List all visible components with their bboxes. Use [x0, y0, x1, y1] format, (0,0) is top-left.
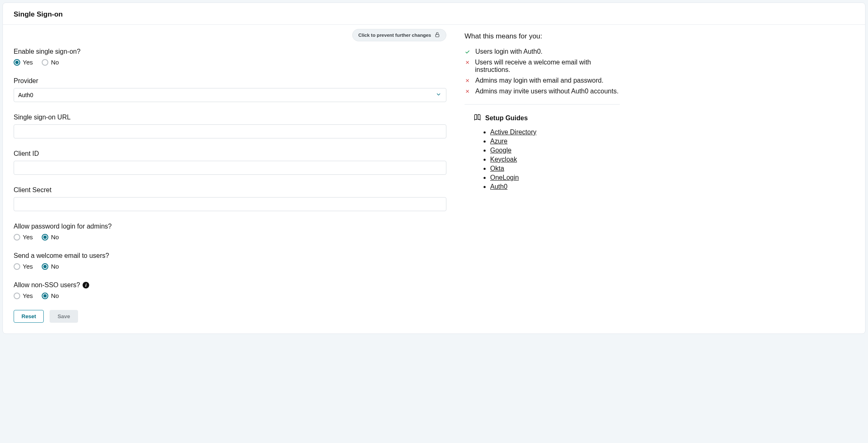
radio-icon [14, 263, 20, 270]
provider-select[interactable] [14, 88, 446, 102]
info-icon[interactable]: i [83, 282, 89, 288]
client-id-input[interactable] [14, 161, 446, 175]
radio-icon [42, 59, 48, 66]
svg-rect-0 [436, 34, 439, 37]
check-icon [465, 50, 470, 55]
field-client-id: Client ID [14, 150, 446, 175]
impact-text: Admins may login with email and password… [475, 77, 603, 84]
impact-text: Users login with Auth0. [475, 48, 543, 55]
guides-list: Active DirectoryAzureGoogleKeycloakOktaO… [490, 128, 620, 191]
side-column: What this means for you: Users login wit… [457, 25, 631, 333]
radio-icon [14, 293, 20, 299]
guide-item: Google [490, 146, 620, 155]
sso-url-label: Single sign-on URL [14, 114, 446, 121]
form-column: Click to prevent further changes Enable … [3, 25, 457, 333]
reset-button[interactable]: Reset [14, 310, 44, 323]
side-title: What this means for you: [465, 32, 620, 40]
field-welcome-email: Send a welcome email to users? Yes No [14, 252, 446, 270]
radio-label: No [51, 263, 59, 270]
guide-item: Active Directory [490, 128, 620, 137]
page-title: Single Sign-on [3, 3, 865, 25]
radio-label: No [51, 59, 59, 66]
client-id-label: Client ID [14, 150, 446, 157]
allow-non-sso-label: Allow non-SSO users? [14, 281, 80, 289]
provider-select-wrap [14, 88, 446, 102]
guide-link[interactable]: Google [490, 147, 512, 154]
field-admin-password-login: Allow password login for admins? Yes No [14, 223, 446, 241]
settings-card: Single Sign-on Click to prevent further … [2, 2, 866, 334]
radio-label: No [51, 292, 59, 299]
radio-label: Yes [23, 263, 33, 270]
x-icon [465, 89, 470, 93]
impact-item: Users will receive a welcome email with … [465, 57, 620, 75]
x-icon [465, 60, 470, 64]
guide-link[interactable]: Auth0 [490, 183, 508, 190]
guides-title: Setup Guides [485, 114, 528, 122]
guides-heading: Setup Guides [474, 114, 620, 123]
guide-item: Keycloak [490, 155, 620, 164]
impact-text: Admins may invite users without Auth0 ac… [475, 88, 619, 95]
guide-link[interactable]: Okta [490, 165, 504, 172]
impact-item: Users login with Auth0. [465, 46, 620, 57]
guide-link[interactable]: Azure [490, 138, 508, 145]
guide-link[interactable]: Keycloak [490, 156, 517, 163]
guide-link[interactable]: OneLogin [490, 174, 519, 181]
radio-label: Yes [23, 233, 33, 241]
allow-non-sso-no[interactable]: No [42, 292, 59, 299]
divider [465, 104, 620, 105]
admin-password-login-no[interactable]: No [42, 233, 59, 241]
field-allow-non-sso: Allow non-SSO users? i Yes No [14, 281, 446, 299]
guide-item: Okta [490, 164, 620, 173]
enable-sso-no[interactable]: No [42, 59, 59, 66]
sso-url-input[interactable] [14, 124, 446, 138]
lock-changes-label: Click to prevent further changes [358, 33, 431, 38]
allow-non-sso-yes[interactable]: Yes [14, 292, 33, 299]
form-actions: Reset Save [14, 310, 446, 323]
card-body: Click to prevent further changes Enable … [3, 25, 865, 333]
welcome-email-label: Send a welcome email to users? [14, 252, 446, 260]
radio-icon [14, 234, 20, 241]
field-sso-url: Single sign-on URL [14, 114, 446, 138]
enable-sso-label: Enable single sign-on? [14, 48, 446, 55]
enable-sso-yes[interactable]: Yes [14, 59, 33, 66]
admin-password-login-label: Allow password login for admins? [14, 223, 446, 230]
guide-item: Azure [490, 137, 620, 146]
allow-non-sso-radio-group: Yes No [14, 292, 446, 299]
impact-list: Users login with Auth0.Users will receiv… [465, 46, 620, 97]
impact-item: Admins may login with email and password… [465, 75, 620, 86]
guide-link[interactable]: Active Directory [490, 129, 536, 136]
welcome-email-no[interactable]: No [42, 263, 59, 270]
lock-open-icon [434, 32, 440, 38]
field-enable-sso: Enable single sign-on? Yes No [14, 48, 446, 66]
lock-changes-button[interactable]: Click to prevent further changes [352, 29, 446, 41]
guide-item: OneLogin [490, 173, 620, 182]
client-secret-label: Client Secret [14, 186, 446, 194]
radio-icon [14, 59, 20, 66]
impact-item: Admins may invite users without Auth0 ac… [465, 86, 620, 97]
provider-label: Provider [14, 77, 446, 85]
radio-label: Yes [23, 59, 33, 66]
admin-password-login-yes[interactable]: Yes [14, 233, 33, 241]
x-icon [465, 79, 470, 83]
radio-icon [42, 263, 48, 270]
welcome-email-yes[interactable]: Yes [14, 263, 33, 270]
allow-non-sso-label-row: Allow non-SSO users? i [14, 281, 446, 289]
save-button[interactable]: Save [50, 310, 78, 323]
book-icon [474, 114, 481, 123]
radio-label: Yes [23, 292, 33, 299]
field-client-secret: Client Secret [14, 186, 446, 211]
client-secret-input[interactable] [14, 197, 446, 211]
radio-label: No [51, 233, 59, 241]
impact-text: Users will receive a welcome email with … [475, 59, 620, 74]
guide-item: Auth0 [490, 182, 620, 191]
radio-icon [42, 293, 48, 299]
radio-icon [42, 234, 48, 241]
welcome-email-radio-group: Yes No [14, 263, 446, 270]
field-provider: Provider [14, 77, 446, 102]
enable-sso-radio-group: Yes No [14, 59, 446, 66]
admin-password-login-radio-group: Yes No [14, 233, 446, 241]
